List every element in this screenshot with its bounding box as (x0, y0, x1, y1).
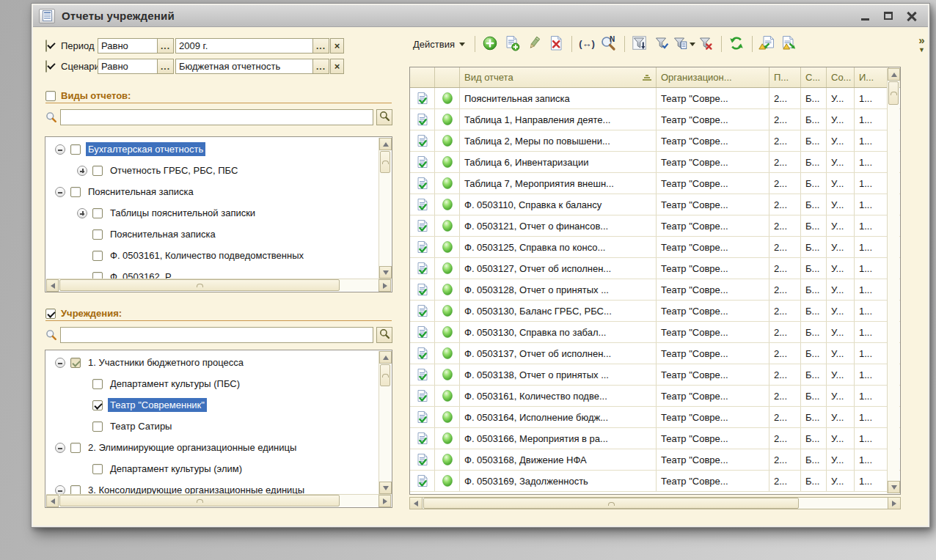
expand-icon[interactable] (77, 166, 87, 176)
scroll-thumb[interactable] (59, 279, 340, 291)
table-row[interactable]: Ф. 0503127, Отчет об исполнен...Театр "С… (410, 258, 900, 279)
filter-history-button[interactable] (674, 34, 694, 54)
maximize-button[interactable] (882, 10, 894, 22)
actions-menu-button[interactable]: Действия (409, 37, 469, 52)
expand-icon[interactable] (77, 208, 87, 218)
scenario-clear-button[interactable]: × (330, 59, 344, 74)
tree-item-label[interactable]: 3. Консолидирующие организационные едини… (86, 483, 307, 494)
table-row[interactable]: Ф. 0503137, Отчет об исполнен...Театр "С… (410, 343, 900, 364)
scroll-up-button[interactable] (888, 68, 900, 81)
scroll-thumb[interactable] (380, 151, 390, 173)
scroll-thumb[interactable] (888, 81, 899, 105)
tree-item-label[interactable]: Театр "Современник" (108, 398, 207, 412)
table-row[interactable]: Ф. 0503130, Баланс ГРБС, РБС...Театр "Со… (410, 301, 900, 322)
period-clear-button[interactable]: × (330, 38, 344, 54)
scroll-down-button[interactable] (888, 481, 900, 493)
col-status-icon-header[interactable] (435, 67, 460, 87)
period-value-choose-button[interactable]: ... (312, 38, 329, 54)
scroll-thumb[interactable] (423, 498, 799, 509)
period-comparison-input[interactable]: Равно (98, 38, 158, 54)
tree-item-label[interactable]: Департамент культуры (элим) (108, 462, 244, 476)
tree-item-label[interactable]: Бухгалтерская отчетность (86, 142, 205, 156)
scroll-right-button[interactable] (379, 279, 391, 292)
item-checkbox[interactable] (92, 166, 103, 176)
tree-item-label[interactable]: Департамент культуры (ПБС) (108, 377, 242, 391)
col-report-type-header[interactable]: Вид отчета (460, 67, 657, 87)
add-button[interactable] (480, 34, 500, 54)
table-row[interactable]: Ф. 0503130, Справка по забал...Театр "Со… (410, 322, 900, 343)
scenario-comparison-choose-button[interactable]: ... (157, 59, 174, 74)
scroll-thumb[interactable] (59, 495, 340, 506)
report-type-tree-item[interactable]: Бухгалтерская отчетность (46, 139, 379, 160)
collapse-icon[interactable] (55, 443, 65, 453)
table-row[interactable]: Таблица 1, Направления деяте...Театр "Со… (410, 109, 900, 130)
scroll-left-button[interactable] (46, 495, 59, 507)
tree-item-label[interactable]: Ф. 0503162, Р (108, 270, 174, 279)
table-row[interactable]: Ф. 0503128, Отчет о принятых ...Театр "С… (410, 279, 900, 301)
report-type-tree-item[interactable]: Пояснительная записка (46, 181, 379, 202)
filter-set-button[interactable] (630, 34, 650, 54)
item-checkbox[interactable] (92, 400, 103, 410)
titlebar[interactable]: Отчеты учреждений (33, 5, 928, 27)
table-row[interactable]: Ф. 0503164, Исполнение бюдж...Театр "Сов… (410, 407, 900, 428)
tree-item-label[interactable]: Отчетность ГРБС, РБС, ПБС (108, 163, 240, 177)
edit-button[interactable] (524, 34, 544, 54)
report-load-button[interactable] (758, 34, 778, 54)
institution-tree-item[interactable]: Департамент культуры (элим) (46, 458, 379, 479)
scroll-up-button[interactable] (379, 138, 392, 150)
col-state-header[interactable]: Со... (827, 67, 855, 87)
tree-item-label[interactable]: 2. Элиминирующие организационные единицы (86, 441, 299, 454)
close-button[interactable] (906, 10, 918, 22)
table-row[interactable]: Таблица 2, Меры по повышени...Театр "Сов… (410, 130, 900, 152)
table-row[interactable]: Ф. 0503161, Количество подве...Театр "Со… (410, 386, 900, 407)
period-checkbox[interactable] (45, 40, 47, 52)
report-types-search-input[interactable] (60, 109, 373, 125)
item-checkbox[interactable] (92, 229, 103, 240)
tree-item-label[interactable]: Театр Сатиры (108, 419, 174, 433)
institution-tree-item[interactable]: Театр "Современник" (46, 394, 379, 416)
report-unload-button[interactable] (780, 34, 800, 54)
filter-settings-button[interactable] (652, 34, 672, 54)
tree-item-label[interactable]: 1. Участники бюджетного процесса (86, 355, 246, 369)
item-checkbox[interactable] (70, 485, 81, 495)
refresh-button[interactable] (727, 34, 747, 54)
add-copy-button[interactable] (502, 34, 522, 54)
item-checkbox[interactable] (70, 358, 81, 368)
col-period-header[interactable]: П... (769, 67, 801, 87)
table-row[interactable]: Ф. 0503166, Мероприятия в ра...Театр "Со… (410, 428, 900, 449)
report-type-tree-item[interactable]: Отчетность ГРБС, РБС, ПБС (46, 160, 379, 181)
report-types-search-button[interactable] (376, 109, 392, 125)
item-checkbox[interactable] (70, 144, 81, 155)
table-row[interactable]: Таблица 6, ИнвентаризацииТеатр "Совре...… (410, 152, 900, 173)
item-checkbox[interactable] (92, 464, 103, 474)
institutions-search-button[interactable] (376, 327, 392, 343)
report-type-tree-item[interactable]: Пояснительная записка (46, 224, 379, 245)
report-type-tree-item[interactable]: Ф. 0503161, Количество подведомственных (46, 245, 379, 266)
report-type-tree-item[interactable]: Таблицы пояснительной записки (46, 202, 379, 224)
collapse-icon[interactable] (55, 485, 65, 495)
table-row[interactable]: Пояснительная запискаТеатр "Совре...2...… (410, 88, 900, 109)
item-checkbox[interactable] (92, 272, 103, 279)
col-info-header[interactable]: И... (855, 67, 889, 87)
filter-clear-button[interactable] (696, 34, 716, 54)
item-checkbox[interactable] (92, 379, 103, 389)
period-value-input[interactable]: 2009 г. (175, 38, 313, 54)
scenario-checkbox[interactable] (45, 60, 47, 73)
scroll-left-button[interactable] (46, 279, 59, 292)
table-row[interactable]: Ф. 0503138, Отчет о принятых ...Театр "С… (410, 364, 900, 386)
tree-item-label[interactable]: Пояснительная записка (108, 227, 218, 241)
scroll-up-button[interactable] (379, 351, 392, 364)
tree-item-label[interactable]: Ф. 0503161, Количество подведомственных (108, 248, 306, 262)
institution-tree-item[interactable]: Театр Сатиры (46, 416, 379, 437)
minimize-button[interactable] (859, 10, 871, 22)
col-organization-header[interactable]: Организацион... (657, 67, 769, 87)
scroll-down-button[interactable] (379, 266, 392, 279)
item-checkbox[interactable] (70, 443, 81, 453)
institutions-checkbox[interactable] (45, 309, 56, 319)
table-row[interactable]: Ф. 0503169, ЗадолженностьТеатр "Совре...… (410, 471, 900, 492)
item-checkbox[interactable] (92, 208, 103, 218)
period-comparison-choose-button[interactable]: ... (157, 38, 174, 54)
find-number-button[interactable]: N (599, 34, 619, 54)
table-row[interactable]: Таблица 7, Мероприятия внешн...Театр "Со… (410, 173, 900, 194)
table-row[interactable]: Ф. 0503110, Справка к балансуТеатр "Совр… (410, 194, 900, 215)
